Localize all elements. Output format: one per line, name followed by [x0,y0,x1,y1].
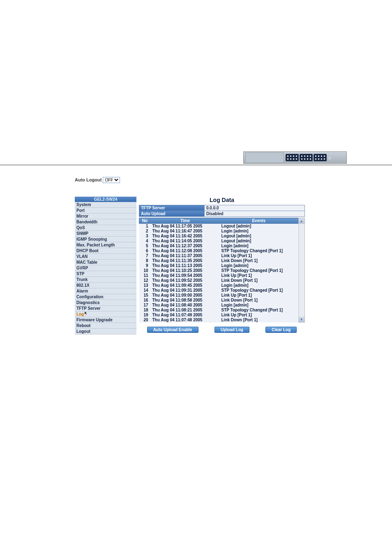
banner-tail: ▯▯ [328,156,331,159]
banner-info-panel [245,152,284,163]
top-spacer: ▯▯ [0,0,392,165]
port-block-1 [286,154,299,161]
device-banner: ▯▯ [243,151,347,164]
port-block-2 [300,154,313,161]
port-block-3 [314,154,327,161]
